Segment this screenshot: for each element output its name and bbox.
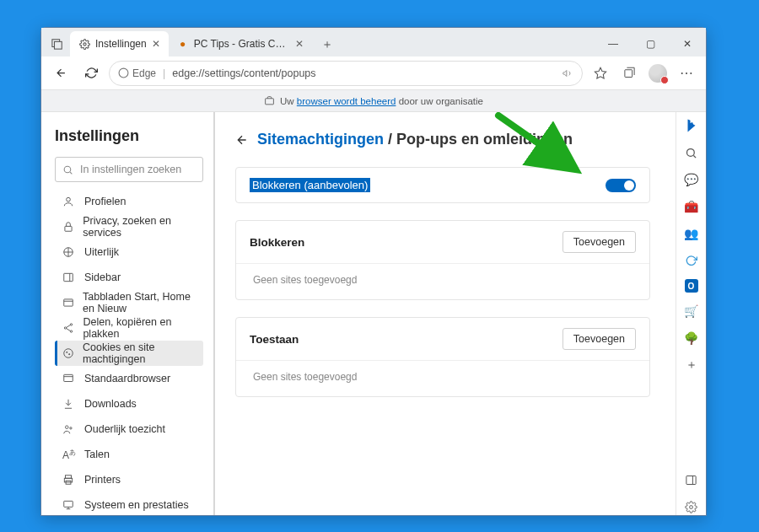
cookie-icon [62, 347, 74, 359]
svg-point-17 [64, 349, 73, 358]
tab-settings[interactable]: Instellingen ✕ [70, 31, 169, 56]
shopping-icon[interactable]: 🧰 [683, 198, 700, 215]
sidebar-item[interactable]: Cookies en site machtigingen [55, 341, 203, 366]
tree-icon[interactable]: 🌳 [683, 330, 700, 347]
window-controls: — ▢ ✕ [595, 31, 706, 56]
svg-rect-20 [64, 374, 73, 381]
sidebar-title: Instellingen [55, 127, 203, 145]
close-button[interactable]: ✕ [669, 31, 706, 56]
sidebar-item[interactable]: Standaardbrowser [55, 366, 203, 391]
refresh-button[interactable] [78, 61, 104, 86]
tab-actions-button[interactable] [45, 31, 70, 56]
edge-identity: Edge [118, 67, 156, 79]
sidebar-item-label: Sidebar [84, 271, 121, 283]
svg-point-35 [690, 505, 693, 508]
minimize-button[interactable]: — [595, 31, 632, 56]
add-allow-button[interactable]: Toevoegen [563, 328, 636, 350]
sidebar-item[interactable]: Downloads [55, 391, 203, 416]
block-recommended-label: Blokkeren (aanbevolen) [250, 178, 370, 192]
sidebar-item[interactable]: Delen, kopiëren en plakken [55, 315, 203, 341]
svg-rect-1 [55, 41, 62, 49]
url-text: edge://settings/content/popups [172, 67, 555, 79]
sidebar-item[interactable]: Privacy, zoeken en services [55, 214, 203, 239]
add-block-button[interactable]: Toevoegen [563, 231, 636, 253]
new-tab-button[interactable]: ＋ [315, 33, 339, 56]
back-icon[interactable] [235, 133, 249, 147]
tab-strip: Instellingen ✕ ● PC Tips - Gratis Comput… [41, 28, 706, 56]
sidebar-item-label: Uiterlijk [84, 246, 119, 258]
bing-icon[interactable] [683, 117, 700, 134]
search-icon[interactable] [683, 144, 700, 161]
allow-title: Toestaan [250, 333, 299, 346]
close-icon[interactable]: ✕ [152, 38, 160, 50]
more-button[interactable]: ⋯ [674, 61, 699, 86]
address-bar[interactable]: Edge | edge://settings/content/popups [109, 61, 583, 86]
lang-icon: Aあ [62, 448, 76, 461]
browser-icon [62, 373, 76, 384]
panel-icon[interactable] [683, 471, 700, 488]
svg-point-3 [119, 68, 128, 78]
svg-point-22 [66, 426, 69, 429]
sidebar-item[interactable]: Uiterlijk [55, 239, 203, 265]
outlook-icon[interactable]: O [685, 279, 698, 293]
settings-search[interactable]: In instellingen zoeken [55, 157, 203, 182]
sidebar-item-label: Delen, kopiëren en plakken [83, 316, 198, 340]
allow-header-row: Toestaan Toevoegen [236, 318, 649, 361]
maximize-button[interactable]: ▢ [632, 31, 669, 56]
svg-point-6 [64, 166, 71, 173]
tab-label: PC Tips - Gratis Computer Tips, [194, 38, 290, 50]
avatar [649, 64, 667, 83]
svg-point-2 [83, 42, 85, 45]
sidebar-item-label: Tabbladen Start, Home en Nieuw [83, 291, 198, 314]
svg-rect-27 [64, 501, 73, 507]
sidebar-item-label: Privacy, zoeken en services [83, 215, 198, 239]
svg-rect-10 [64, 273, 73, 281]
sidebar-item-label: Downloads [84, 398, 137, 410]
tab-pctips[interactable]: ● PC Tips - Gratis Computer Tips, ✕ [169, 31, 312, 56]
briefcase-icon [264, 95, 275, 106]
sidebar-item[interactable]: Tabbladen Start, Home en Nieuw [55, 290, 203, 315]
breadcrumb-parent[interactable]: Sitemachtigingen [257, 131, 384, 148]
sidebar-item[interactable]: Profielen [55, 189, 203, 214]
block-toggle[interactable] [606, 179, 636, 192]
profile-button[interactable] [645, 61, 670, 86]
lock-icon [62, 221, 74, 233]
svg-point-15 [64, 327, 66, 329]
add-sidebar-button[interactable]: ＋ [683, 357, 700, 373]
allow-empty-text: Geen sites toegevoegd [236, 361, 649, 396]
sidebar-item[interactable]: Ouderlijk toezicht [55, 416, 203, 442]
favorites-button[interactable] [588, 61, 613, 86]
managed-link[interactable]: browser wordt beheerd [297, 96, 396, 106]
svg-point-18 [67, 352, 67, 352]
back-button[interactable] [48, 61, 73, 86]
refresh-icon[interactable] [683, 252, 700, 269]
cart-icon[interactable]: 🛒 [683, 303, 700, 320]
sidebar-item[interactable]: Printers [55, 467, 203, 492]
tab-icon [62, 297, 74, 309]
sidebar-item[interactable]: Sidebar [55, 265, 203, 290]
share-icon [62, 322, 74, 334]
site-icon: ● [177, 38, 189, 50]
toolbar: Edge | edge://settings/content/popups ⋯ [41, 56, 706, 90]
gear-icon [78, 38, 90, 50]
block-title: Blokkeren [250, 236, 304, 249]
breadcrumb: Sitemachtigingen / Pop-ups en omleidinge… [235, 131, 650, 148]
sidebar-item-label: Standaardbrowser [84, 373, 170, 384]
collections-button[interactable] [616, 61, 642, 86]
managed-infobar: Uw browser wordt beheerd door uw organis… [41, 90, 706, 112]
gear-icon[interactable] [683, 498, 700, 515]
printer-icon [62, 474, 76, 486]
main-area: Instellingen In instellingen zoeken Prof… [41, 112, 706, 515]
search-icon [62, 164, 73, 175]
read-aloud-icon[interactable] [562, 67, 573, 79]
search-placeholder: In instellingen zoeken [80, 164, 181, 175]
paint-icon [62, 246, 76, 258]
sidebar-item[interactable]: Systeem en prestaties [55, 492, 203, 515]
close-icon[interactable]: ✕ [295, 38, 304, 50]
sidebar-item[interactable]: AあTalen [55, 442, 203, 467]
breadcrumb-current: / Pop-ups en omleidingen [384, 131, 573, 148]
chat-icon[interactable]: 💬 [683, 171, 700, 188]
download-icon [62, 398, 76, 410]
people-icon[interactable]: 👥 [683, 225, 700, 242]
svg-rect-24 [66, 476, 72, 479]
